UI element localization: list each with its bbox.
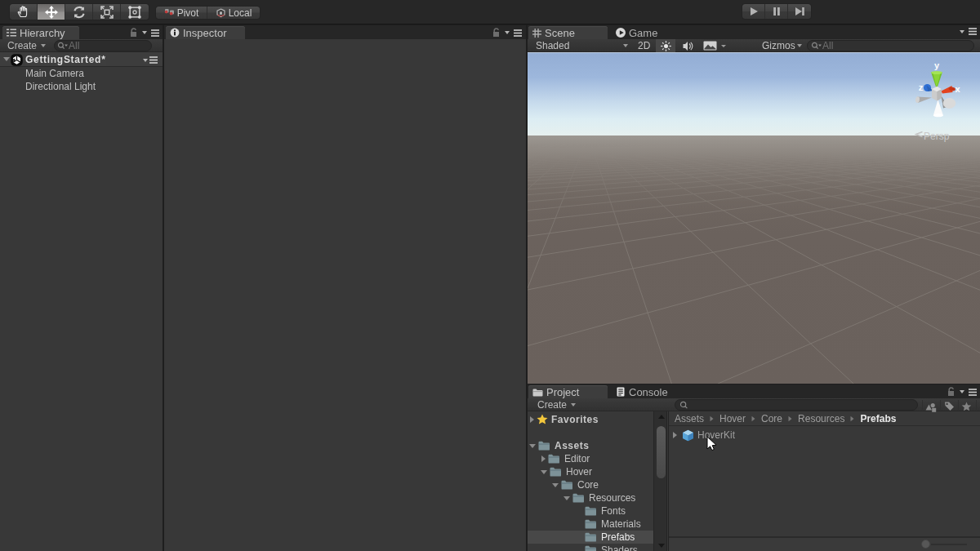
svg-text:x: x bbox=[955, 84, 960, 94]
svg-text:Persp: Persp bbox=[924, 131, 950, 142]
svg-text:y: y bbox=[934, 60, 940, 70]
svg-text:z: z bbox=[919, 82, 924, 92]
